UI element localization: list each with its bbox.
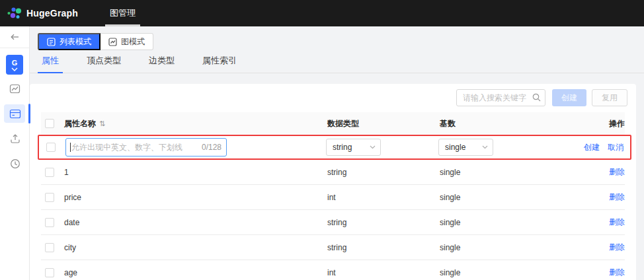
table-row: date string single 删除 xyxy=(41,210,625,235)
property-name-cell: date xyxy=(64,218,327,227)
back-button[interactable] xyxy=(0,26,29,48)
properties-card: 创建 复用 属性名称 ⇅ 数据类型 基数 操作 xyxy=(30,84,636,280)
new-property-row: 0/128 string single 创建 xyxy=(38,135,631,160)
table-row: 1 string single 删除 xyxy=(41,160,625,185)
graph-mode-icon xyxy=(108,38,117,46)
column-header-name[interactable]: 属性名称 ⇅ xyxy=(64,118,327,129)
sidebar-item-analytics[interactable] xyxy=(0,77,30,100)
select-all-checkbox[interactable] xyxy=(45,119,54,128)
column-header-data-type: 数据类型 xyxy=(327,118,440,129)
tab-vertex-types[interactable]: 顶点类型 xyxy=(83,55,125,73)
chevron-down-icon xyxy=(370,145,376,149)
tab-properties[interactable]: 属性 xyxy=(38,55,63,73)
table-row: city string single 删除 xyxy=(41,235,625,260)
row-checkbox[interactable] xyxy=(45,218,54,227)
text-caret xyxy=(70,143,71,152)
list-mode-label: 列表模式 xyxy=(60,36,91,48)
import-upload-icon xyxy=(10,133,20,144)
tab-property-indexes[interactable]: 属性索引 xyxy=(198,55,241,73)
cardinality-cell: single xyxy=(440,193,565,202)
list-mode-button[interactable]: 列表模式 xyxy=(38,33,101,50)
tab-edge-types[interactable]: 边类型 xyxy=(145,55,179,73)
row-checkbox[interactable] xyxy=(46,143,56,152)
table-header-row: 属性名称 ⇅ 数据类型 基数 操作 xyxy=(41,112,625,135)
data-type-cell: string xyxy=(327,168,440,177)
graph-selector-badge[interactable]: G xyxy=(6,55,23,75)
view-mode-toggle: 列表模式 图模式 xyxy=(38,33,636,50)
delete-link[interactable]: 删除 xyxy=(609,267,625,278)
row-checkbox[interactable] xyxy=(45,168,54,177)
sidebar-item-metadata[interactable] xyxy=(0,102,30,125)
column-header-cardinality: 基数 xyxy=(440,118,565,129)
properties-table: 属性名称 ⇅ 数据类型 基数 操作 0/128 xyxy=(30,112,636,280)
sidebar-divider xyxy=(0,48,29,48)
property-name-cell: city xyxy=(64,243,327,252)
table-row: price int single 删除 xyxy=(41,185,625,210)
data-type-cell: string xyxy=(327,218,440,227)
delete-link[interactable]: 删除 xyxy=(609,242,625,253)
row-checkbox[interactable] xyxy=(45,243,54,252)
sidebar-item-task-history[interactable] xyxy=(0,153,30,175)
reuse-button[interactable]: 复用 xyxy=(592,89,627,106)
row-checkbox[interactable] xyxy=(45,193,54,202)
mode-tab-strip: 列表模式 图模式 属性 顶点类型 边类型 属性索引 xyxy=(30,26,644,73)
brand-name: HugeGraph xyxy=(26,8,78,18)
graph-selector-label: G xyxy=(12,58,18,67)
cardinality-cell: single xyxy=(440,168,565,177)
data-type-select[interactable]: string xyxy=(326,139,381,156)
toolbar: 创建 复用 xyxy=(30,84,636,112)
brand: HugeGraph xyxy=(0,5,93,21)
property-name-field: 0/128 xyxy=(65,138,227,157)
list-mode-icon xyxy=(47,38,56,46)
property-name-cell: 1 xyxy=(64,168,327,177)
cardinality-cell: single xyxy=(440,218,565,227)
table-row: age int single 删除 xyxy=(41,260,625,280)
property-name-cell: price xyxy=(64,193,327,202)
schema-tabs: 属性 顶点类型 边类型 属性索引 xyxy=(38,55,636,73)
graph-mode-button[interactable]: 图模式 xyxy=(101,33,153,50)
create-button[interactable]: 创建 xyxy=(552,89,586,106)
column-header-operation: 操作 xyxy=(565,118,625,129)
delete-link[interactable]: 删除 xyxy=(609,166,625,178)
data-type-value: string xyxy=(333,143,352,152)
back-arrow-icon xyxy=(10,32,20,42)
cancel-link[interactable]: 取消 xyxy=(608,142,624,153)
cardinality-value: single xyxy=(445,143,465,152)
property-name-cell: age xyxy=(64,268,327,277)
metadata-schema-icon xyxy=(9,109,21,119)
char-counter: 0/128 xyxy=(202,143,221,152)
left-sidebar: G xyxy=(0,26,30,280)
graph-mode-label: 图模式 xyxy=(121,36,145,48)
chevron-down-icon xyxy=(11,67,18,71)
analytics-chart-icon xyxy=(9,83,20,94)
confirm-create-link[interactable]: 创建 xyxy=(584,142,600,153)
row-checkbox[interactable] xyxy=(45,268,54,277)
cardinality-cell: single xyxy=(440,268,565,277)
data-type-cell: string xyxy=(327,243,440,252)
nav-active-underline xyxy=(105,24,140,26)
data-type-cell: int xyxy=(327,193,440,202)
sidebar-item-import[interactable] xyxy=(0,127,30,150)
search-icon xyxy=(532,93,541,102)
top-navbar: HugeGraph 图管理 xyxy=(0,0,644,26)
hugegraph-logo-icon xyxy=(7,5,22,21)
table-body: 1 string single 删除 price int single 删除 d… xyxy=(41,160,625,280)
data-type-cell: int xyxy=(327,268,440,277)
sort-icon[interactable]: ⇅ xyxy=(99,120,105,128)
nav-graph-management-label: 图管理 xyxy=(110,7,136,19)
cardinality-select[interactable]: single xyxy=(438,139,493,156)
nav-graph-management[interactable]: 图管理 xyxy=(104,0,141,26)
cardinality-cell: single xyxy=(440,243,565,252)
task-history-clock-icon xyxy=(10,158,20,169)
delete-link[interactable]: 删除 xyxy=(609,192,625,203)
delete-link[interactable]: 删除 xyxy=(609,217,625,228)
chevron-down-icon xyxy=(482,145,488,149)
search-box xyxy=(456,89,545,106)
main-content: 列表模式 图模式 属性 顶点类型 边类型 属性索引 创建 xyxy=(30,26,644,280)
